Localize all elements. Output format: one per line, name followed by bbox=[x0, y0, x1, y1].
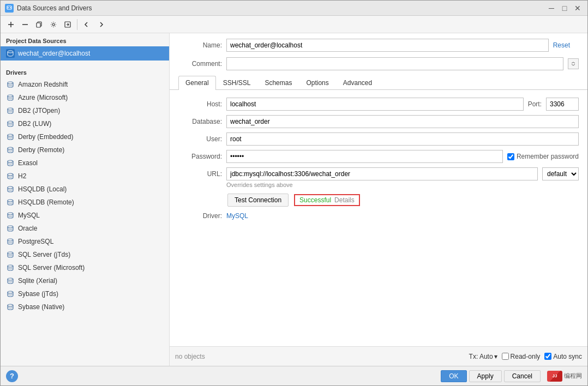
driver-list-item[interactable]: Derby (Remote) bbox=[1, 143, 169, 156]
driver-name: Sybase (jTds) bbox=[18, 290, 58, 298]
driver-list-item[interactable]: Oracle bbox=[1, 222, 169, 235]
driver-link[interactable]: MySQL bbox=[226, 212, 248, 220]
url-dropdown[interactable]: default bbox=[542, 167, 579, 180]
driver-name: DB2 (LUW) bbox=[18, 120, 51, 128]
driver-list-item[interactable]: Amazon Redshift bbox=[1, 78, 169, 91]
remove-button[interactable] bbox=[19, 18, 32, 31]
port-label: Port: bbox=[528, 100, 542, 108]
database-input[interactable] bbox=[226, 115, 579, 128]
forward-button[interactable] bbox=[94, 18, 107, 31]
svg-point-15 bbox=[8, 134, 13, 136]
driver-list-item[interactable]: Azure (Microsoft) bbox=[1, 91, 169, 104]
svg-point-14 bbox=[8, 121, 13, 123]
driver-item-icon bbox=[6, 146, 15, 154]
add-button[interactable] bbox=[4, 18, 17, 31]
svg-point-20 bbox=[8, 200, 13, 202]
driver-list-item[interactable]: SQL Server (jTds) bbox=[1, 248, 169, 261]
bottom-bar: no objects Tx: Auto ▾ Read-only Auto syn… bbox=[170, 346, 587, 366]
driver-item-icon bbox=[6, 172, 15, 180]
ok-button[interactable]: OK bbox=[441, 370, 466, 382]
svg-point-10 bbox=[8, 51, 13, 53]
project-sources-header: Project Data Sources bbox=[1, 33, 169, 46]
driver-name: Sqlite (Xerial) bbox=[18, 277, 57, 285]
autosync-checkbox-label: Auto sync bbox=[544, 353, 582, 360]
url-input[interactable] bbox=[226, 167, 538, 180]
driver-name: Azure (Microsoft) bbox=[18, 94, 68, 101]
svg-point-25 bbox=[8, 265, 13, 267]
database-label: Database: bbox=[178, 118, 222, 125]
toolbar-separator bbox=[77, 19, 77, 30]
comment-input[interactable] bbox=[226, 57, 563, 70]
driver-name: Sybase (Native) bbox=[18, 303, 64, 311]
driver-item-icon bbox=[6, 250, 15, 259]
password-input[interactable] bbox=[226, 150, 503, 163]
driver-list-item[interactable]: HSQLDB (Local) bbox=[1, 183, 169, 196]
readonly-checkbox-label: Read-only bbox=[502, 353, 541, 360]
copy-button[interactable] bbox=[33, 18, 46, 31]
driver-name: Oracle bbox=[18, 225, 37, 232]
host-label: Host: bbox=[178, 100, 222, 108]
comment-expand-button[interactable] bbox=[568, 58, 579, 69]
app-icon bbox=[5, 4, 14, 13]
driver-name: Derby (Remote) bbox=[18, 146, 64, 154]
driver-item-icon bbox=[6, 106, 15, 115]
datasource-item[interactable]: wechat_order@localhost bbox=[1, 46, 169, 61]
driver-name: HSQLDB (Remote) bbox=[18, 198, 74, 206]
maximize-button[interactable]: □ bbox=[559, 3, 570, 14]
svg-point-17 bbox=[8, 160, 13, 162]
svg-point-12 bbox=[8, 95, 13, 97]
tab-sshssl[interactable]: SSH/SSL bbox=[216, 76, 258, 89]
password-label: Password: bbox=[178, 153, 222, 160]
tx-dropdown[interactable]: Tx: Auto ▾ bbox=[469, 353, 497, 360]
user-row: User: bbox=[170, 130, 587, 148]
settings-button[interactable] bbox=[47, 18, 60, 31]
user-input[interactable] bbox=[226, 132, 579, 146]
svg-point-11 bbox=[8, 82, 13, 84]
driver-list-item[interactable]: SQL Server (Microsoft) bbox=[1, 261, 169, 274]
port-input[interactable] bbox=[546, 98, 579, 111]
cancel-button[interactable]: Cancel bbox=[504, 370, 541, 382]
footer-right: OK Apply Cancel JJ 编程网 bbox=[441, 370, 582, 382]
help-button[interactable]: ? bbox=[6, 370, 18, 382]
tab-options[interactable]: Options bbox=[299, 76, 335, 89]
driver-list-item[interactable]: HSQLDB (Remote) bbox=[1, 196, 169, 209]
apply-button[interactable]: Apply bbox=[469, 370, 502, 382]
import-button[interactable] bbox=[61, 18, 74, 31]
reset-link[interactable]: Reset bbox=[553, 41, 579, 49]
name-input[interactable] bbox=[226, 39, 549, 52]
details-link[interactable]: Details bbox=[334, 196, 355, 204]
driver-list-item[interactable]: DB2 (JTOpen) bbox=[1, 104, 169, 117]
driver-list-item[interactable]: Sybase (Native) bbox=[1, 300, 169, 313]
remember-password-checkbox[interactable] bbox=[507, 153, 514, 160]
driver-item-icon bbox=[6, 80, 15, 89]
driver-item-icon bbox=[6, 185, 15, 194]
driver-list-item[interactable]: Exasol bbox=[1, 156, 169, 170]
tab-schemas[interactable]: Schemas bbox=[257, 76, 299, 89]
host-input[interactable] bbox=[226, 98, 524, 111]
driver-list-item[interactable]: H2 bbox=[1, 170, 169, 183]
tab-general[interactable]: General bbox=[178, 76, 216, 90]
svg-point-16 bbox=[8, 147, 13, 149]
svg-point-28 bbox=[8, 304, 13, 306]
remember-password-label: Remember password bbox=[507, 153, 579, 160]
driver-list-item[interactable]: Sqlite (Xerial) bbox=[1, 274, 169, 287]
driver-item-icon bbox=[6, 132, 15, 141]
autosync-checkbox[interactable] bbox=[544, 353, 551, 360]
driver-item-icon bbox=[6, 263, 15, 272]
driver-list-item[interactable]: Sybase (jTds) bbox=[1, 287, 169, 300]
driver-list-item[interactable]: MySQL bbox=[1, 209, 169, 222]
driver-list-item[interactable]: Derby (Embedded) bbox=[1, 130, 169, 143]
test-connection-button[interactable]: Test Connection bbox=[227, 194, 289, 207]
url-row: URL: default Overrides settings above bbox=[170, 165, 587, 190]
driver-list-item[interactable]: DB2 (LUW) bbox=[1, 117, 169, 130]
back-button[interactable] bbox=[80, 18, 93, 31]
driver-name: MySQL bbox=[18, 212, 40, 219]
drivers-section: Drivers Amazon Redshift Azure (Microsoft… bbox=[1, 65, 169, 313]
minimize-button[interactable]: ─ bbox=[546, 3, 557, 14]
driver-list-item[interactable]: PostgreSQL bbox=[1, 235, 169, 248]
tab-advanced[interactable]: Advanced bbox=[336, 76, 379, 89]
tab-content: Host: Port: Database: User: Pass bbox=[170, 90, 587, 346]
close-button[interactable]: ✕ bbox=[572, 3, 583, 14]
driver-name: Amazon Redshift bbox=[18, 81, 68, 88]
readonly-checkbox[interactable] bbox=[502, 353, 509, 360]
